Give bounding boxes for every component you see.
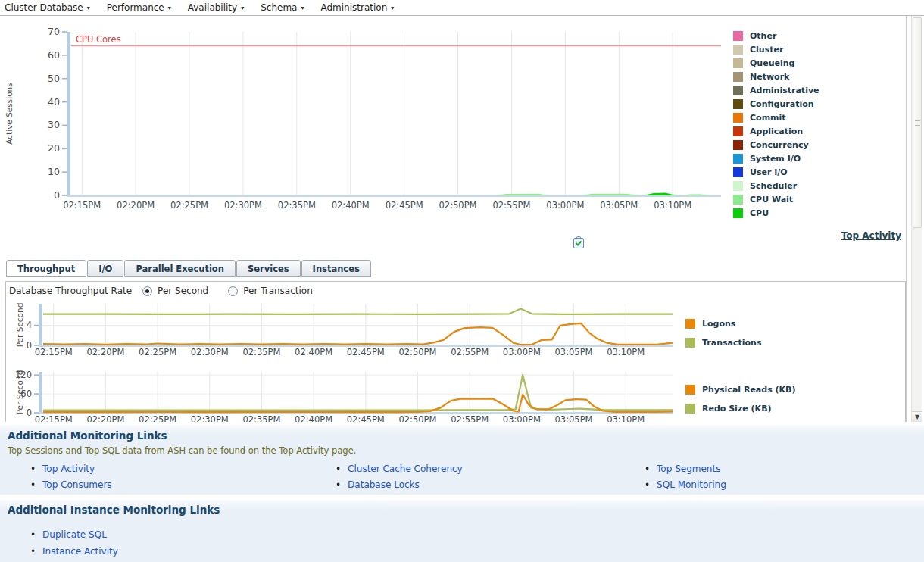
link-row-cluster-cache-coherency: •Cluster Cache Coherency <box>336 463 463 474</box>
legend-label: Configuration <box>750 99 814 109</box>
menu-administration[interactable]: Administration▾ <box>320 2 394 13</box>
link-database-locks[interactable]: Database Locks <box>348 479 420 490</box>
bullet-icon: • <box>30 529 36 540</box>
svg-text:02:50PM: 02:50PM <box>439 200 477 211</box>
svg-text:CPU Cores: CPU Cores <box>76 34 121 45</box>
io-rate-legend: Physical Reads (KB)Redo Size (KB) <box>685 380 796 418</box>
legend-label: Concurrency <box>750 140 809 150</box>
tab-i-o[interactable]: I/O <box>87 260 123 277</box>
tab-bar: ThroughputI/OParallel ExecutionServicesI… <box>6 260 372 277</box>
svg-text:03:00PM: 03:00PM <box>546 200 584 211</box>
svg-text:4: 4 <box>27 320 32 330</box>
svg-text:02:15PM: 02:15PM <box>35 414 73 422</box>
link-top-consumers[interactable]: Top Consumers <box>42 479 112 490</box>
svg-text:0: 0 <box>54 189 60 201</box>
svg-text:02:55PM: 02:55PM <box>492 200 530 211</box>
link-duplicate-sql[interactable]: Duplicate SQL <box>42 529 107 540</box>
tab-throughput[interactable]: Throughput <box>6 260 86 277</box>
svg-text:02:55PM: 02:55PM <box>451 414 489 422</box>
svg-text:02:20PM: 02:20PM <box>86 347 124 357</box>
legend-label: Commit <box>750 113 786 123</box>
link-row-top-segments: •Top Segments <box>645 463 720 474</box>
menu-schema[interactable]: Schema▾ <box>261 2 304 13</box>
additional-monitoring-links-section: Additional Monitoring Links Top Sessions… <box>0 425 924 495</box>
legend-swatch-icon <box>733 31 743 41</box>
link-instance-activity[interactable]: Instance Activity <box>42 546 118 557</box>
legend-swatch-icon <box>685 404 695 414</box>
svg-text:02:20PM: 02:20PM <box>117 200 155 211</box>
tab-parallel-execution[interactable]: Parallel Execution <box>124 260 236 277</box>
legend-item-cpu: CPU <box>733 206 819 220</box>
legend-swatch-icon <box>733 99 743 109</box>
legend-item-cluster: Cluster <box>733 42 819 56</box>
menu-performance[interactable]: Performance▾ <box>107 2 171 13</box>
legend-swatch-icon <box>733 167 743 177</box>
legend-label: Other <box>750 31 776 41</box>
legend-item-cpu-wait: CPU Wait <box>733 192 819 206</box>
svg-text:10: 10 <box>48 166 60 177</box>
legend-swatch-icon <box>733 72 743 82</box>
bullet-icon: • <box>645 464 650 474</box>
svg-text:Per Second: Per Second <box>15 370 24 415</box>
legend-item-configuration: Configuration <box>733 97 819 111</box>
legend-item-logons: Logons <box>685 314 761 333</box>
tab-services[interactable]: Services <box>236 260 301 277</box>
top-activity-chart-link[interactable]: Top Activity <box>841 230 901 241</box>
section-title: Additional Instance Monitoring Links <box>8 504 220 516</box>
link-row-sql-monitoring: •SQL Monitoring <box>645 479 726 490</box>
svg-text:60: 60 <box>48 49 60 61</box>
menu-availability[interactable]: Availability▾ <box>188 2 244 13</box>
legend-swatch-icon <box>733 86 743 95</box>
per-second-radio-label: Per Second <box>158 286 208 296</box>
svg-text:02:45PM: 02:45PM <box>386 200 423 211</box>
clipboard-check-icon[interactable] <box>573 236 584 248</box>
tab-instances[interactable]: Instances <box>301 260 371 277</box>
svg-text:03:05PM: 03:05PM <box>600 200 638 211</box>
scrollbar-grip <box>915 125 920 126</box>
legend-swatch-icon <box>733 154 743 164</box>
bullet-icon: • <box>336 464 341 474</box>
svg-text:02:35PM: 02:35PM <box>278 200 316 211</box>
scrollbar-down-button[interactable]: ▼ <box>912 411 922 422</box>
legend-label: CPU Wait <box>750 195 793 205</box>
svg-text:Active Sessions: Active Sessions <box>5 83 14 144</box>
legend-label: System I/O <box>750 154 801 164</box>
legend-label: Queueing <box>750 58 794 68</box>
per-transaction-radio[interactable] <box>228 286 238 296</box>
link-top-activity[interactable]: Top Activity <box>42 464 95 474</box>
link-sql-monitoring[interactable]: SQL Monitoring <box>657 479 726 490</box>
active-sessions-legend: OtherClusterQueueingNetworkAdministrativ… <box>733 29 819 220</box>
legend-item-scheduler: Scheduler <box>733 179 819 192</box>
io-rate-chart: 02:15PM02:20PM02:25PM02:30PM02:35PM02:40… <box>0 364 682 422</box>
per-second-radio[interactable] <box>142 286 152 296</box>
link-row-database-locks: •Database Locks <box>336 479 420 490</box>
link-row-top-activity: •Top Activity <box>30 463 95 474</box>
legend-label: Cluster <box>750 45 783 55</box>
svg-text:03:10PM: 03:10PM <box>607 347 645 357</box>
svg-text:03:00PM: 03:00PM <box>503 414 541 422</box>
svg-text:02:30PM: 02:30PM <box>191 414 229 422</box>
svg-text:02:25PM: 02:25PM <box>139 347 176 357</box>
link-top-segments[interactable]: Top Segments <box>657 464 720 474</box>
menu-cluster-database[interactable]: Cluster Database▾ <box>5 2 90 13</box>
legend-swatch-icon <box>685 385 695 395</box>
legend-label: Redo Size (KB) <box>702 404 772 414</box>
bullet-icon: • <box>336 479 341 490</box>
svg-text:40: 40 <box>48 96 60 108</box>
svg-text:Per Second: Per Second <box>15 303 24 348</box>
active-sessions-chart: 02:15PM02:20PM02:25PM02:30PM02:35PM02:40… <box>0 17 727 238</box>
additional-instance-monitoring-links-section: Additional Instance Monitoring Links •Du… <box>0 500 924 562</box>
scrollbar-thumb[interactable] <box>913 17 922 228</box>
svg-text:02:45PM: 02:45PM <box>347 347 385 357</box>
legend-label: Application <box>750 126 803 136</box>
svg-text:02:30PM: 02:30PM <box>224 200 262 211</box>
link-cluster-cache-coherency[interactable]: Cluster Cache Coherency <box>348 464 463 474</box>
svg-text:02:40PM: 02:40PM <box>332 200 370 211</box>
legend-swatch-icon <box>733 45 743 55</box>
top-menubar: Cluster Database▾Performance▾Availabilit… <box>0 0 924 15</box>
svg-text:02:30PM: 02:30PM <box>191 347 229 357</box>
vertical-scrollbar[interactable]: ▼ <box>911 16 922 422</box>
legend-swatch-icon <box>733 58 743 68</box>
legend-label: Physical Reads (KB) <box>702 385 796 395</box>
legend-label: CPU <box>750 208 769 218</box>
